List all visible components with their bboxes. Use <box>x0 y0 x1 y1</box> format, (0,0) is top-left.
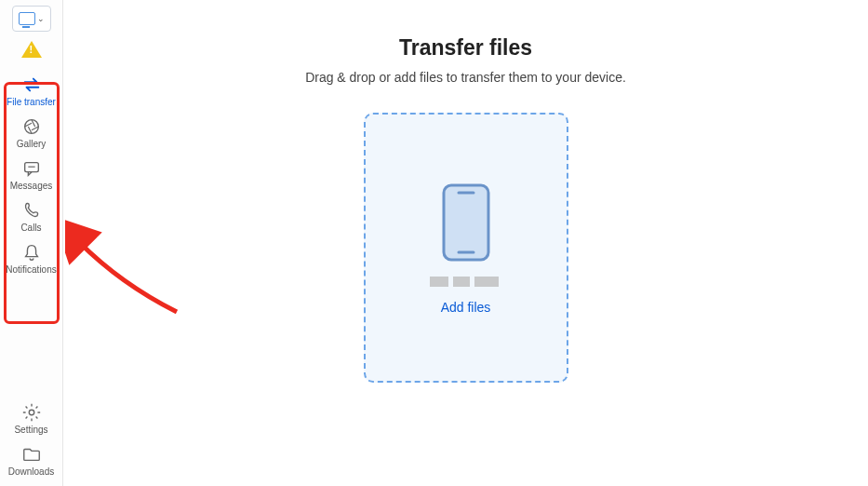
aperture-icon <box>21 116 42 137</box>
sidebar-item-label: Settings <box>4 425 60 435</box>
add-files-button[interactable]: Add files <box>441 300 491 315</box>
svg-point-0 <box>24 120 38 134</box>
phone-icon <box>21 200 42 221</box>
sidebar-item-file-transfer[interactable]: File transfer <box>4 69 60 111</box>
sidebar-item-label: Gallery <box>4 139 60 149</box>
sidebar-item-label: Downloads <box>4 466 60 477</box>
sidebar-item-gallery[interactable]: Gallery <box>4 111 60 153</box>
sidebar-item-calls[interactable]: Calls <box>4 195 60 236</box>
folder-icon <box>21 444 42 465</box>
page-subtitle: Drag & drop or add files to transfer the… <box>305 70 626 85</box>
sidebar-item-label: Notifications <box>4 264 60 275</box>
sidebar-item-downloads[interactable]: Downloads <box>4 439 60 480</box>
phone-icon <box>440 182 492 263</box>
sidebar-item-label: Calls <box>4 223 60 233</box>
monitor-icon <box>19 12 35 25</box>
warning-icon[interactable] <box>21 41 42 58</box>
svg-point-3 <box>29 410 34 415</box>
page-title: Transfer files <box>399 35 532 61</box>
swap-icon <box>21 74 42 95</box>
bell-icon <box>21 242 42 263</box>
device-selector[interactable]: ⌄ <box>12 6 51 32</box>
main-content: Transfer files Drag & drop or add files … <box>63 0 868 486</box>
svg-rect-4 <box>444 185 488 260</box>
chat-icon <box>21 158 42 179</box>
sidebar-item-settings[interactable]: Settings <box>4 397 60 439</box>
device-name-redacted <box>430 277 502 287</box>
sidebar-item-label: Messages <box>4 181 60 191</box>
sidebar: ⌄ File transfer Gallery Mes <box>0 0 63 486</box>
sidebar-item-notifications[interactable]: Notifications <box>4 236 60 278</box>
sidebar-item-label: File transfer <box>4 97 60 107</box>
chevron-down-icon: ⌄ <box>37 14 45 23</box>
gear-icon <box>21 402 42 423</box>
sidebar-item-messages[interactable]: Messages <box>4 153 60 195</box>
file-dropzone[interactable]: Add files <box>364 113 568 383</box>
